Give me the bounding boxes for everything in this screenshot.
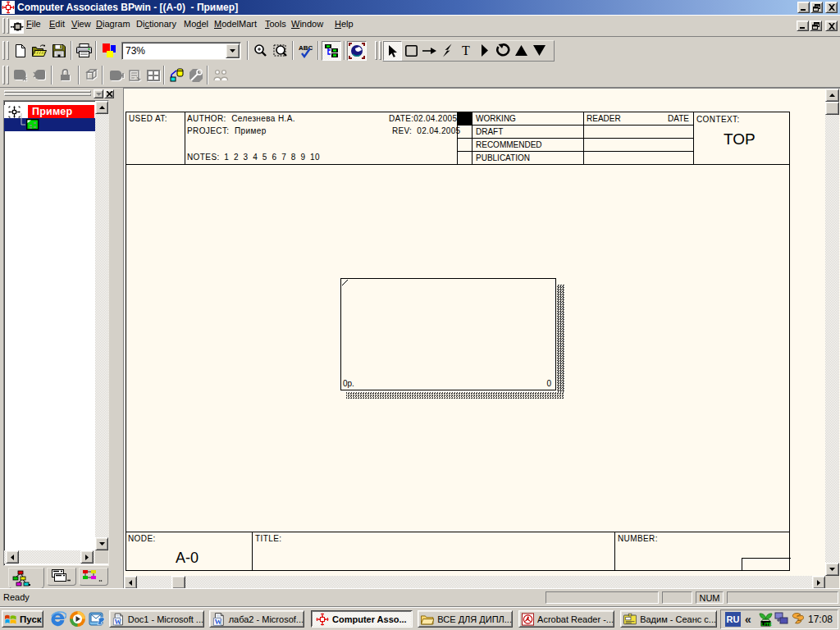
svg-text:ABC: ABC [299, 44, 313, 52]
svg-text:W: W [114, 618, 121, 625]
svg-text:T: T [462, 44, 470, 57]
svg-text:W: W [215, 617, 222, 625]
svg-text:LITE: LITE [761, 622, 772, 627]
